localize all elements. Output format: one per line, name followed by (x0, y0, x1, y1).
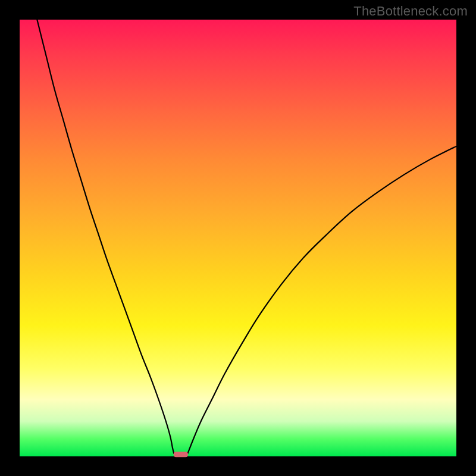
curve-svg (20, 20, 456, 456)
curve-right-branch (188, 146, 456, 453)
watermark-text: TheBottleneck.com (353, 4, 468, 19)
plot-area (20, 20, 456, 456)
chart-frame: TheBottleneck.com (0, 0, 476, 476)
curve-left-branch (37, 20, 174, 453)
optimum-marker (174, 452, 188, 457)
